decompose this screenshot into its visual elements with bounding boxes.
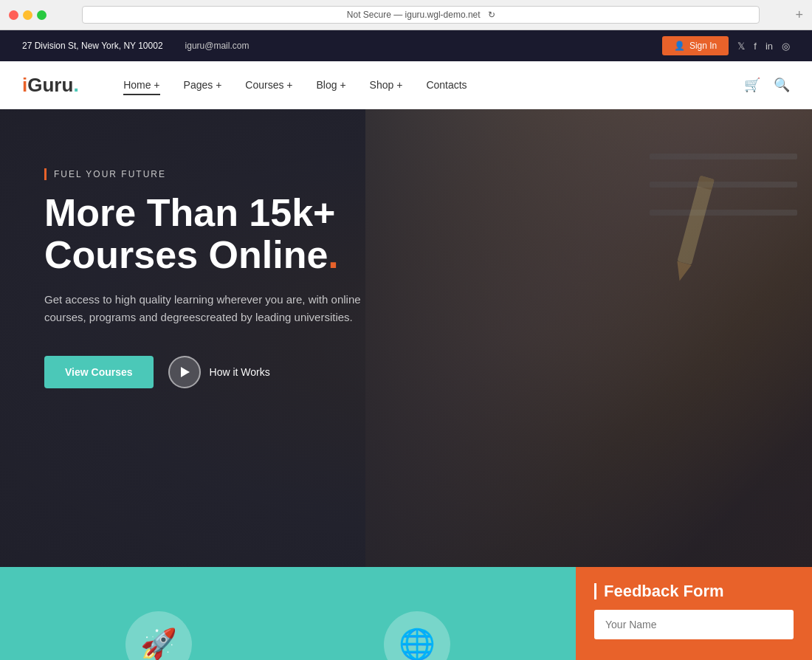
nav-links: Home + Pages + Courses + Blog + Shop + C…	[123, 78, 467, 92]
nav-home-link[interactable]: Home +	[123, 79, 159, 95]
feedback-title-bar	[594, 583, 596, 599]
hero-title-accent: .	[328, 233, 338, 276]
close-dot[interactable]	[9, 10, 18, 20]
hero-title-line1: More Than 15k+	[44, 191, 335, 234]
instagram-icon[interactable]: ◎	[782, 41, 790, 52]
navbar: iGuru. Home + Pages + Courses + Blog + S…	[0, 61, 812, 109]
globe-icon: 🌐	[399, 627, 436, 660]
play-icon	[181, 367, 190, 377]
sign-in-label: Sign In	[689, 41, 717, 51]
address-text: Not Secure — iguru.wgl-demo.net	[347, 10, 481, 20]
nav-blog[interactable]: Blog +	[317, 78, 346, 92]
feedback-panel: Feedback Form	[576, 567, 812, 660]
minimize-dot[interactable]	[23, 10, 32, 20]
nav-pages-link[interactable]: Pages +	[184, 79, 222, 91]
tagline-bar	[44, 168, 47, 180]
search-icon[interactable]: 🔍	[774, 77, 790, 93]
hero-tagline: FUEL YOUR FUTURE	[44, 168, 384, 180]
info-bar: 27 Division St, New York, NY 10002 iguru…	[0, 30, 812, 61]
nav-right: 🛒 🔍	[744, 77, 790, 93]
logo[interactable]: iGuru.	[22, 73, 79, 97]
info-bar-right: 👤 Sign In 𝕏 f in ◎	[662, 36, 790, 55]
nav-courses[interactable]: Courses +	[245, 78, 292, 92]
new-tab-button[interactable]: +	[795, 7, 803, 23]
logo-guru: Guru	[27, 74, 73, 96]
tagline-text: FUEL YOUR FUTURE	[54, 169, 166, 179]
hero-content: FUEL YOUR FUTURE More Than 15k+ Courses …	[0, 109, 428, 447]
globe-icon-circle: 🌐	[384, 611, 450, 661]
address-bar[interactable]: Not Secure — iguru.wgl-demo.net ↻	[82, 6, 760, 24]
feedback-title-text: Feedback Form	[604, 582, 724, 601]
sign-in-button[interactable]: 👤 Sign In	[662, 36, 729, 55]
how-it-works-label: How it Works	[210, 366, 270, 378]
nav-courses-link[interactable]: Courses +	[245, 79, 292, 91]
facebook-icon[interactable]: f	[754, 41, 757, 52]
teal-section: 🚀 🌐	[0, 567, 576, 660]
view-courses-button[interactable]: View Courses	[44, 356, 154, 388]
rocket-icon-circle: 🚀	[125, 611, 192, 661]
logo-dot: .	[73, 73, 79, 96]
pencil-decoration	[664, 168, 723, 289]
nav-shop-link[interactable]: Shop +	[370, 79, 403, 91]
cart-icon[interactable]: 🛒	[744, 77, 760, 93]
play-circle	[168, 356, 201, 388]
nav-home[interactable]: Home +	[123, 78, 159, 92]
hero-buttons: View Courses How it Works	[44, 356, 384, 388]
hero-title-line2: Courses Online	[44, 233, 328, 276]
rocket-icon: 🚀	[140, 627, 177, 660]
nav-pages[interactable]: Pages +	[184, 78, 222, 92]
twitter-icon[interactable]: 𝕏	[737, 41, 745, 52]
browser-dots	[9, 10, 47, 20]
feedback-title: Feedback Form	[594, 582, 794, 601]
nav-contacts[interactable]: Contacts	[426, 78, 467, 92]
user-icon: 👤	[674, 41, 685, 51]
hero-section: FUEL YOUR FUTURE More Than 15k+ Courses …	[0, 109, 812, 567]
email-info: iguru@mail.com	[185, 41, 250, 51]
maximize-dot[interactable]	[37, 10, 47, 20]
nav-blog-link[interactable]: Blog +	[317, 79, 346, 91]
svg-marker-1	[672, 261, 692, 283]
hero-title: More Than 15k+ Courses Online.	[44, 192, 384, 276]
bottom-section: 🚀 🌐 Feedback Form	[0, 567, 812, 660]
nav-contacts-link[interactable]: Contacts	[426, 79, 467, 91]
nav-shop[interactable]: Shop +	[370, 78, 403, 92]
browser-chrome: Not Secure — iguru.wgl-demo.net ↻ +	[0, 0, 812, 30]
your-name-input[interactable]	[594, 610, 794, 639]
how-it-works-button[interactable]: How it Works	[168, 356, 270, 388]
linkedin-icon[interactable]: in	[765, 41, 773, 52]
browser-titlebar: Not Secure — iguru.wgl-demo.net ↻ +	[0, 0, 812, 30]
reload-icon[interactable]: ↻	[488, 10, 495, 20]
hero-subtitle: Get access to high quality learning wher…	[44, 291, 369, 326]
address-info: 27 Division St, New York, NY 10002	[22, 41, 163, 51]
